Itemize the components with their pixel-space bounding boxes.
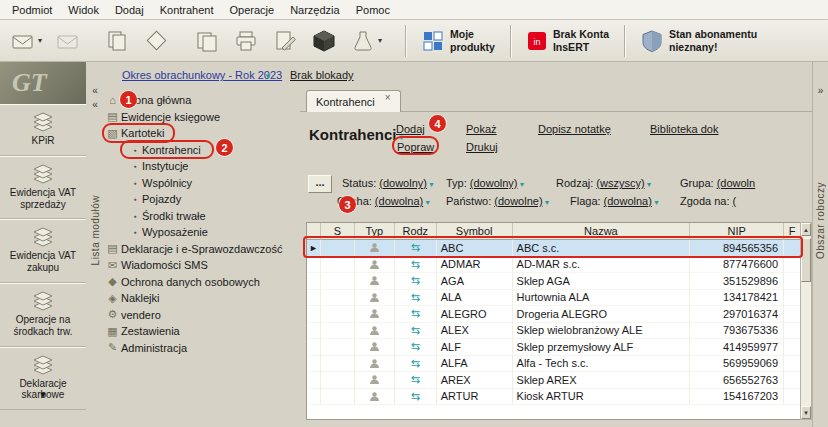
tree-item-naklejki[interactable]: ◈Naklejki — [104, 290, 300, 307]
ledger-icon: ▤ — [104, 110, 121, 123]
menu-operacje[interactable]: Operacje — [222, 4, 283, 16]
col-rodz[interactable]: Rodz — [395, 223, 437, 240]
filter-typ-value[interactable]: (dowolny) — [470, 177, 518, 189]
col-nazwa[interactable]: Nazwa — [513, 223, 691, 240]
filter-zgoda-value[interactable]: ( — [733, 195, 737, 207]
filter-grupa: Grupa:(dowoln — [680, 177, 810, 189]
bullet-icon: ● — [128, 213, 142, 219]
mail-button[interactable] — [55, 29, 81, 53]
menu-kontrahent[interactable]: Kontrahent — [152, 4, 222, 16]
filter-rodzaj-value[interactable]: (wszyscy) — [596, 177, 644, 189]
copy-document-button[interactable] — [104, 29, 130, 53]
col-s[interactable]: S — [321, 223, 355, 240]
documents-button[interactable] — [194, 29, 220, 53]
table-row[interactable]: ⇆ AGA Sklep AGA 351529896 — [307, 273, 800, 290]
action-dopisz-notatke[interactable]: Dopisz notatkę — [538, 123, 611, 135]
more-modules-button[interactable]: ▼ — [0, 390, 86, 400]
tree-item-zestawienia[interactable]: ▦Zestawienia — [104, 323, 300, 340]
tab-close-icon[interactable]: × — [385, 92, 391, 103]
table-header: S Typ Rodz Symbol Nazwa NIP F — [307, 223, 800, 240]
tree-item-wyposazenie[interactable]: ●Wyposażenie — [104, 224, 300, 241]
menu-podmiot[interactable]: Podmiot — [4, 4, 60, 16]
menu-narzedzia[interactable]: Narzędzia — [282, 4, 348, 16]
modules-panel: KPiR Ewidencja VAT sprzedaży Ewidencja V… — [0, 104, 86, 410]
table-row[interactable]: ⇆ ADMAR AD-MAR s.c. 877476600 — [307, 257, 800, 274]
module-ewidencja-vat-zakupu[interactable]: Ewidencja VAT zakupu — [0, 219, 86, 283]
subscription-status-button[interactable]: Stan abonamentunieznany! — [636, 26, 762, 54]
table-row[interactable]: ⇆ ARTUR Kiosk ARTUR 154167203 — [307, 389, 800, 406]
table-row[interactable]: ⇆ ALFA Alfa - Tech s.c. 569959069 — [307, 356, 800, 373]
action-popraw[interactable]: Popraw — [397, 141, 434, 153]
collapse-left-icon[interactable]: « — [86, 86, 104, 96]
module-kpir[interactable]: KPiR — [0, 104, 86, 156]
filter-status-value[interactable]: (dowolny) — [379, 177, 427, 189]
tree-item-ewidencje-ksiegowe[interactable]: ▤Ewidencje księgowe — [104, 109, 300, 126]
modules-strip-label: Lista modułów — [90, 195, 101, 265]
action-pokaz[interactable]: Pokaż — [466, 123, 497, 135]
tree-item-ochrona-danych[interactable]: ◆Ochrona danych osobowych — [104, 274, 300, 291]
filter-grupa-value[interactable]: (dowoln — [717, 177, 756, 189]
menu-widok[interactable]: Widok — [60, 4, 107, 16]
new-document-button[interactable] — [143, 29, 169, 53]
module-deklaracje-skarbowe[interactable]: Deklaracje skarbowe — [0, 347, 86, 411]
module-ewidencja-vat-sprzedazy[interactable]: Ewidencja VAT sprzedaży — [0, 156, 86, 220]
contact-icon — [369, 341, 380, 352]
send-mail-button[interactable]: ▾ — [10, 29, 42, 53]
table-scrollbar[interactable]: ▲ ▼ — [800, 222, 812, 420]
table-row[interactable]: ⇆ ALF Sklep przemysłowy ALF 414959977 — [307, 339, 800, 356]
tree-item-vendero[interactable]: ⚙vendero — [104, 307, 300, 324]
lab-flask-button[interactable]: ▾ — [350, 29, 382, 53]
moje-produkty-button[interactable]: Mojeprodukty — [417, 26, 500, 54]
step-badge-3: 3 — [339, 196, 356, 213]
filter-panstwo-value[interactable]: (dowolne) — [494, 195, 542, 207]
col-selector[interactable] — [307, 223, 321, 240]
contact-icon — [369, 308, 380, 319]
table-row[interactable]: ⇆ ALEX Sklep wielobranżowy ALE 793675336 — [307, 323, 800, 340]
col-symbol[interactable]: Symbol — [437, 223, 513, 240]
package-button[interactable] — [311, 29, 337, 53]
tree-item-administracja[interactable]: ✎Administracja — [104, 340, 300, 357]
lock-status-link[interactable]: Brak blokady — [290, 69, 354, 81]
tree-item-instytucje[interactable]: ●Instytucje — [104, 158, 300, 175]
action-drukuj[interactable]: Drukuj — [466, 141, 498, 153]
menu-dodaj[interactable]: Dodaj — [107, 4, 152, 16]
more-filters-button[interactable]: ... — [308, 175, 332, 193]
table-row[interactable]: ⇆ ALEGRO Drogeria ALEGRO 297016374 — [307, 306, 800, 323]
module-operacje-srodki-trwale[interactable]: Operacje na środkach trw. — [0, 283, 86, 347]
edit-document-button[interactable] — [272, 29, 298, 53]
filter-zgoda: Zgoda na:( — [680, 195, 810, 207]
table-row[interactable]: ⇆ AREX Sklep AREX 656552763 — [307, 372, 800, 389]
table-row[interactable]: ⇆ ALA Hurtownia ALA 134178421 — [307, 290, 800, 307]
scroll-thumb[interactable] — [801, 238, 811, 282]
col-typ[interactable]: Typ — [355, 223, 395, 240]
print-button[interactable] — [233, 29, 259, 53]
tree-item-pojazdy[interactable]: ●Pojazdy — [104, 191, 300, 208]
tree-item-kontrahenci[interactable]: ●Kontrahenci — [104, 142, 300, 159]
action-biblioteka[interactable]: Biblioteka dok — [650, 123, 719, 135]
ledger-stack-icon — [30, 164, 56, 184]
collapse-left-icon[interactable]: « — [86, 100, 104, 110]
collapse-right-icon[interactable]: » — [813, 86, 828, 96]
insert-account-button[interactable]: in Brak KontaInsERT — [522, 26, 614, 54]
bullet-icon: ● — [128, 147, 142, 153]
scroll-down-button[interactable]: ▼ — [801, 406, 811, 419]
action-dodaj[interactable]: Dodaj — [396, 123, 425, 135]
row-selected-arrow-icon: ► — [309, 243, 318, 253]
col-f[interactable]: F — [784, 223, 800, 240]
menu-pomoc[interactable]: Pomoc — [348, 4, 398, 16]
contact-icon — [369, 275, 380, 286]
chevron-down-icon: ▼ — [653, 199, 660, 206]
tree-item-srodki-trwale[interactable]: ●Środki trwałe — [104, 208, 300, 225]
scroll-up-button[interactable]: ▲ — [801, 223, 811, 236]
tree-item-deklaracje[interactable]: ▤Deklaracje i e-Sprawozdawczość — [104, 241, 300, 258]
tree-item-kartoteki[interactable]: ▧Kartoteki — [104, 125, 300, 142]
accounting-period-link[interactable]: Okres obrachunkowy - Rok 2023 — [122, 69, 282, 81]
tab-kontrahenci[interactable]: Kontrahenci × — [306, 90, 401, 112]
col-nip[interactable]: NIP — [690, 223, 784, 240]
filter-cecha-value[interactable]: (dowolna) — [375, 195, 423, 207]
tree-item-wiadomosci-sms[interactable]: ✉Wiadomości SMS — [104, 257, 300, 274]
toolbar-separator — [624, 25, 626, 57]
table-row[interactable]: ► ⇆ ABC ABC s.c. 894565356 — [307, 240, 800, 257]
tree-item-wspolnicy[interactable]: ●Wspólnicy — [104, 175, 300, 192]
filter-flaga-value[interactable]: (dowolna) — [604, 195, 652, 207]
